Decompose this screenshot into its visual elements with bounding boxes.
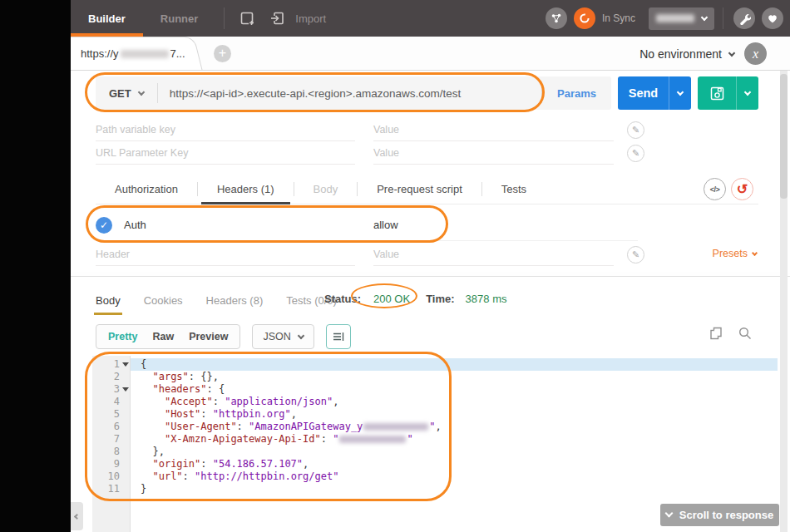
- tab-body[interactable]: Body: [294, 175, 358, 204]
- view-mode-group: Pretty Raw Preview: [96, 324, 240, 349]
- topbar-divider: [723, 7, 723, 29]
- tab-runner[interactable]: Runner: [143, 0, 216, 37]
- fold-caret-icon[interactable]: [122, 387, 129, 392]
- response-time-value: 3878 ms: [466, 293, 507, 305]
- tab-authorization[interactable]: Authorization: [96, 175, 197, 204]
- open-new-tab-button[interactable]: +: [214, 45, 231, 62]
- chevron-down-icon: [137, 88, 144, 95]
- search-icon[interactable]: [738, 326, 753, 344]
- edit-pencil-icon[interactable]: ✎: [627, 121, 644, 139]
- redacted-value: [339, 436, 406, 443]
- path-variable-row: Path variable key Value ✎: [96, 118, 644, 141]
- postman-app: Builder Runner Import In Sync: [0, 0, 790, 532]
- section-divider: [71, 276, 790, 277]
- request-params-editor: Path variable key Value ✎ URL Parameter …: [96, 118, 644, 165]
- url-redacted: [121, 50, 169, 58]
- view-raw[interactable]: Raw: [145, 331, 181, 342]
- code-line: 10 "url": "http://httpbin.org/get": [92, 470, 778, 483]
- code-line: 2 "args": {},: [92, 371, 778, 383]
- topbar-right-cluster: In Sync: [539, 7, 790, 30]
- wrap-text-icon[interactable]: [326, 324, 351, 349]
- header-enabled-checkbox[interactable]: ✓: [96, 217, 112, 234]
- scroll-to-response-button[interactable]: Scroll to response: [660, 504, 779, 526]
- copy-icon[interactable]: [709, 326, 723, 344]
- settings-wrench-icon[interactable]: [733, 7, 755, 29]
- header-key[interactable]: Auth: [124, 219, 146, 231]
- url-field: GET https://<api-id>.execute-api.<region…: [96, 76, 611, 110]
- save-floppy-icon: [698, 76, 736, 110]
- environment-quicklook-icon[interactable]: x: [744, 42, 767, 65]
- tab-headers[interactable]: Headers (1): [198, 175, 294, 204]
- fold-caret-icon[interactable]: [122, 362, 129, 367]
- status-label: Status:: [324, 293, 361, 305]
- collapsed-sidebar: [0, 0, 71, 532]
- request-section-tabs: Authorization Headers (1) Body Pre-reque…: [96, 175, 758, 204]
- send-button[interactable]: Send: [618, 76, 691, 110]
- status-code-badge: 200 OK: [373, 293, 410, 305]
- import-icon[interactable]: [269, 9, 287, 27]
- code-line: 11}: [92, 483, 778, 495]
- import-label[interactable]: Import: [295, 12, 326, 25]
- presets-dropdown[interactable]: Presets: [713, 248, 757, 259]
- header-row-auth: ✓ Auth allow: [96, 209, 638, 241]
- sidebar-toggle-handle[interactable]: [71, 502, 83, 530]
- url-parameter-key-input[interactable]: URL Parameter Key: [96, 141, 355, 165]
- url-input[interactable]: https://<api-id>.execute-api.<region>.am…: [158, 87, 541, 100]
- response-view-bar: Pretty Raw Preview JSON: [96, 324, 351, 349]
- environment-selector[interactable]: No environment x: [639, 37, 767, 71]
- save-button[interactable]: [698, 76, 758, 110]
- path-variable-key-input[interactable]: Path variable key: [96, 118, 355, 141]
- reset-icon[interactable]: ↺: [731, 178, 753, 200]
- request-tab-title: https://y7...: [81, 37, 185, 71]
- code-line: 4 "Accept": "application/json",: [92, 396, 778, 408]
- time-label: Time:: [426, 293, 454, 305]
- language-dropdown[interactable]: JSON: [252, 324, 314, 349]
- code-line: 9 "origin": "54.186.57.107",: [92, 458, 778, 470]
- path-variable-value-input[interactable]: Value: [373, 118, 614, 141]
- topbar-divider: [224, 7, 225, 29]
- response-tab-cookies[interactable]: Cookies: [144, 288, 183, 312]
- view-preview[interactable]: Preview: [181, 331, 235, 342]
- user-account-button[interactable]: [649, 7, 714, 30]
- chevron-down-icon: [664, 510, 673, 518]
- new-tab-icon[interactable]: [239, 9, 257, 27]
- user-name-redacted: [656, 14, 694, 22]
- request-tab-bar: https://y7... + No environment x: [71, 37, 790, 71]
- params-button[interactable]: Params: [542, 87, 611, 100]
- generate-code-icon[interactable]: </>: [704, 178, 726, 200]
- tab-pre-request-script[interactable]: Pre-request script: [358, 175, 481, 204]
- request-tab[interactable]: https://y7...: [71, 37, 195, 71]
- save-options-caret[interactable]: [736, 76, 758, 110]
- collaboration-icon[interactable]: [546, 7, 567, 29]
- edit-pencil-icon[interactable]: ✎: [627, 246, 644, 264]
- new-header-row: Header Value ✎: [96, 243, 644, 266]
- header-value[interactable]: allow: [373, 219, 398, 231]
- redacted-value: [363, 423, 428, 431]
- tab-builder[interactable]: Builder: [71, 0, 143, 37]
- response-tools: [709, 326, 753, 344]
- new-header-key-input[interactable]: Header: [96, 243, 355, 266]
- scrollbar-thumb[interactable]: [780, 74, 788, 199]
- sync-status-label: In Sync: [602, 12, 635, 24]
- new-header-value-input[interactable]: Value: [373, 243, 614, 266]
- url-parameter-value-input[interactable]: Value: [373, 141, 614, 165]
- tab-tests[interactable]: Tests: [482, 175, 546, 204]
- method-dropdown[interactable]: GET: [96, 87, 157, 100]
- edit-pencil-icon[interactable]: ✎: [627, 145, 644, 162]
- response-status-bar: Status: 200 OK Time: 3878 ms: [324, 293, 506, 305]
- code-line: 3 "headers": {: [92, 383, 778, 396]
- favorites-heart-icon[interactable]: [762, 7, 783, 29]
- sync-status-icon[interactable]: [574, 7, 595, 29]
- response-section-tabs: Body Cookies Headers (8) Tests (0/0): [96, 288, 360, 312]
- chevron-left-icon: [74, 513, 80, 519]
- response-tab-body[interactable]: Body: [96, 288, 121, 312]
- view-pretty[interactable]: Pretty: [101, 331, 145, 342]
- response-tab-headers[interactable]: Headers (8): [206, 288, 264, 312]
- send-options-caret[interactable]: [669, 76, 691, 110]
- topbar: Builder Runner Import In Sync: [71, 0, 790, 37]
- json-response-body: 1{2 "args": {},3 "headers": {4 "Accept":…: [92, 356, 778, 495]
- chevron-down-icon: [701, 13, 708, 20]
- code-line: 5 "Host": "httpbin.org",: [92, 408, 778, 421]
- code-line: 6 "User-Agent": "AmazonAPIGateway_y",: [92, 421, 778, 433]
- vertical-scrollbar[interactable]: [780, 71, 788, 532]
